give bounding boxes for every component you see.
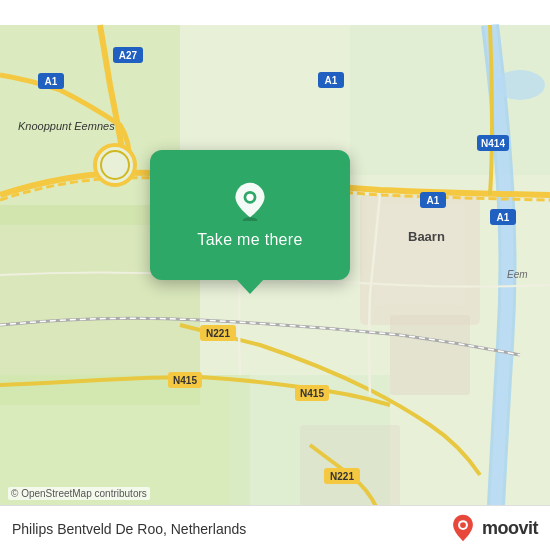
svg-text:A1: A1 bbox=[325, 75, 338, 86]
moovit-pin-icon bbox=[449, 514, 477, 542]
svg-text:Baarn: Baarn bbox=[408, 229, 445, 244]
info-bar-left: Philips Bentveld De Roo, Netherlands bbox=[12, 519, 246, 537]
svg-text:A1: A1 bbox=[497, 212, 510, 223]
take-me-there-button[interactable]: Take me there bbox=[197, 231, 302, 249]
svg-point-6 bbox=[495, 70, 545, 100]
svg-rect-3 bbox=[0, 375, 250, 525]
location-name: Philips Bentveld De Roo, Netherlands bbox=[12, 521, 246, 537]
svg-text:A1: A1 bbox=[45, 76, 58, 87]
svg-text:Knooppunt Eemnes: Knooppunt Eemnes bbox=[18, 120, 115, 132]
info-bar: Philips Bentveld De Roo, Netherlands moo… bbox=[0, 505, 550, 550]
svg-text:N221: N221 bbox=[330, 471, 354, 482]
svg-text:N414: N414 bbox=[481, 138, 505, 149]
map-container: A1 A27 A1 A1 A1 N414 N221 N415 N415 N221… bbox=[0, 0, 550, 550]
svg-text:N415: N415 bbox=[300, 388, 324, 399]
svg-rect-8 bbox=[375, 205, 465, 305]
svg-point-38 bbox=[246, 194, 253, 201]
svg-text:N221: N221 bbox=[206, 328, 230, 339]
popup-card[interactable]: Take me there bbox=[150, 150, 350, 280]
svg-text:N415: N415 bbox=[173, 375, 197, 386]
osm-credit: © OpenStreetMap contributors bbox=[8, 487, 150, 500]
svg-text:A1: A1 bbox=[427, 195, 440, 206]
svg-text:Eem: Eem bbox=[507, 269, 528, 280]
svg-text:A27: A27 bbox=[119, 50, 138, 61]
location-pin-icon bbox=[230, 181, 270, 221]
moovit-logo-text: moovit bbox=[482, 518, 538, 539]
svg-point-40 bbox=[460, 522, 466, 528]
svg-point-36 bbox=[243, 217, 258, 221]
moovit-logo: moovit bbox=[449, 514, 538, 542]
svg-rect-9 bbox=[390, 315, 470, 395]
